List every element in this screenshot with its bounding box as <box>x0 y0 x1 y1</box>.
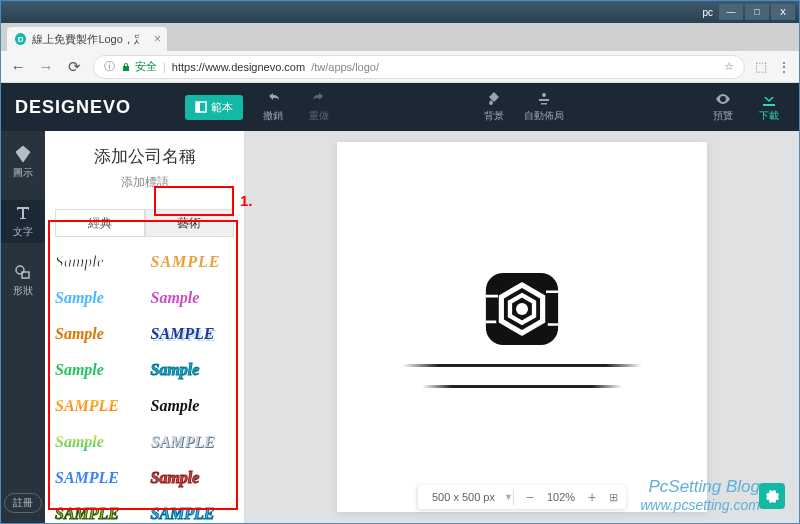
lock-icon <box>121 62 131 72</box>
left-rail: 圖示 文字 形狀 註冊 <box>1 131 45 523</box>
text-icon <box>14 204 32 222</box>
settings-button[interactable] <box>759 483 785 509</box>
zoom-out-button[interactable]: − <box>521 489 539 505</box>
gear-icon <box>764 488 780 504</box>
nav-back-button[interactable]: ← <box>9 58 27 75</box>
annotation-label: 1. <box>240 192 253 209</box>
zoom-controls: 500 x 500 px ▼ − 102% + ⊞ <box>418 485 626 509</box>
register-button[interactable]: 註冊 <box>4 493 42 513</box>
font-sample[interactable]: Sample <box>151 283 235 313</box>
tab-title: 線上免費製作Logo，定 <box>32 32 139 47</box>
fit-icon[interactable]: ⊞ <box>609 491 618 504</box>
chevron-down-icon[interactable]: ▼ <box>504 492 513 502</box>
download-button[interactable]: 下載 <box>753 91 785 123</box>
text-panel: 添加公司名稱 添加標語 經典 藝術 SampleSAMPLESampleSamp… <box>45 131 245 523</box>
canvas-area: 500 x 500 px ▼ − 102% + ⊞ <box>245 131 799 523</box>
font-sample[interactable]: Sample <box>55 283 139 313</box>
template-button[interactable]: 範本 <box>185 95 243 120</box>
redo-button[interactable]: 重做 <box>303 91 335 123</box>
browser-tab[interactable]: D 線上免費製作Logo，定 × <box>7 27 167 51</box>
template-icon <box>195 101 207 113</box>
info-icon: ⓘ <box>104 59 115 74</box>
undo-icon <box>265 91 281 107</box>
text-placeholder-2[interactable] <box>422 385 622 388</box>
layout-button[interactable]: 自動佈局 <box>524 91 564 123</box>
undo-button[interactable]: 撤銷 <box>257 91 289 123</box>
font-sample[interactable]: SAMPLE <box>151 247 235 277</box>
window-min-button[interactable]: — <box>719 4 743 20</box>
tab-classic[interactable]: 經典 <box>55 209 145 237</box>
watermark: PcSetting Blog www.pcsetting.com <box>640 477 760 514</box>
nav-forward-button: → <box>37 58 55 75</box>
zoom-level: 102% <box>547 491 575 503</box>
font-sample[interactable]: Sample <box>55 319 139 349</box>
rail-text[interactable]: 文字 <box>1 200 45 243</box>
add-slogan[interactable]: 添加標語 <box>45 174 244 191</box>
font-sample[interactable]: Sample <box>55 355 139 385</box>
svg-point-5 <box>16 266 24 274</box>
app-toolbar: DESIGNEVO 範本 撤銷 重做 背景 自動佈局 預覽 下載 <box>1 83 799 131</box>
tab-art[interactable]: 藝術 <box>145 209 235 237</box>
font-sample[interactable]: SAMPLE <box>55 463 139 493</box>
url-path: /tw/apps/logo/ <box>311 61 379 73</box>
app-logo: DESIGNEVO <box>15 97 131 118</box>
canvas-size-select[interactable]: 500 x 500 px <box>426 489 514 505</box>
svg-rect-3 <box>539 99 549 101</box>
rail-shape[interactable]: 形狀 <box>1 259 45 302</box>
font-sample[interactable]: SAMPLE <box>55 391 139 421</box>
window-max-button[interactable]: □ <box>745 4 769 20</box>
tab-favicon: D <box>15 33 26 45</box>
font-sample[interactable]: SAMPLE <box>151 499 235 523</box>
background-button[interactable]: 背景 <box>478 91 510 123</box>
address-bar: ← → ⟳ ⓘ 安全 | https://www.designevo.com/t… <box>1 51 799 83</box>
svg-point-2 <box>542 93 546 97</box>
nav-reload-button[interactable]: ⟳ <box>65 58 83 76</box>
svg-rect-4 <box>541 103 547 105</box>
shape-icon <box>14 263 32 281</box>
secure-badge: 安全 <box>121 59 157 74</box>
download-icon <box>761 91 777 107</box>
font-sample[interactable]: Sample <box>55 247 139 277</box>
url-input[interactable]: ⓘ 安全 | https://www.designevo.com/tw/apps… <box>93 55 745 79</box>
redo-icon <box>311 91 327 107</box>
svg-point-10 <box>516 303 528 315</box>
window-titlebar: pc — □ X <box>1 1 799 23</box>
font-sample[interactable]: Sample <box>151 463 235 493</box>
rail-icons[interactable]: 圖示 <box>1 141 45 184</box>
eye-icon <box>715 91 731 107</box>
font-sample[interactable]: SAMPLE <box>151 427 235 457</box>
tab-close-icon[interactable]: × <box>154 32 161 46</box>
extension-icon[interactable]: ⬚ <box>755 59 767 74</box>
font-sample[interactable]: Sample <box>151 391 235 421</box>
font-sample[interactable]: Sample <box>151 355 235 385</box>
font-sample[interactable]: SAMPLE <box>55 499 139 523</box>
font-sample[interactable]: Sample <box>55 427 139 457</box>
tab-strip: D 線上免費製作Logo，定 × <box>1 23 799 51</box>
logo-canvas[interactable] <box>337 142 707 512</box>
font-samples: SampleSAMPLESampleSampleSampleSAMPLESamp… <box>45 243 244 523</box>
text-placeholder-1[interactable] <box>402 364 642 367</box>
add-company-name[interactable]: 添加公司名稱 <box>45 145 244 168</box>
window-close-button[interactable]: X <box>771 4 795 20</box>
url-host: https://www.designevo.com <box>172 61 305 73</box>
zoom-in-button[interactable]: + <box>583 489 601 505</box>
paint-icon <box>486 91 502 107</box>
diamond-icon <box>14 145 32 163</box>
svg-rect-1 <box>196 102 200 112</box>
preview-button[interactable]: 預覽 <box>707 91 739 123</box>
layout-icon <box>536 91 552 107</box>
browser-menu-button[interactable]: ⋮ <box>777 59 791 75</box>
logo-graphic[interactable] <box>479 266 565 352</box>
star-icon[interactable]: ☆ <box>724 60 734 73</box>
font-sample[interactable]: SAMPLE <box>151 319 235 349</box>
window-title: pc <box>702 7 713 18</box>
